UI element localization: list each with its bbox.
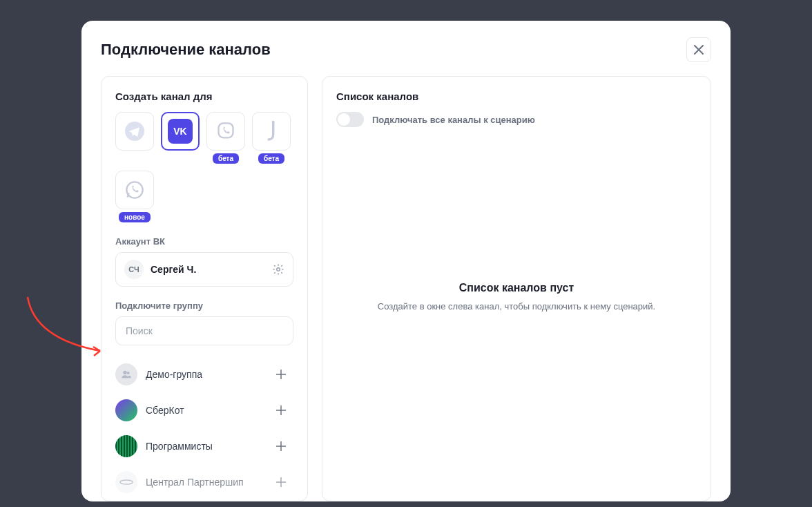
account-label: Аккаунт ВК [115, 236, 293, 247]
group-avatar-icon [115, 399, 137, 421]
plus-icon [276, 369, 287, 380]
group-avatar-icon [115, 471, 137, 493]
add-group-button[interactable] [271, 437, 291, 456]
list-item: Централ Партнершип [115, 464, 291, 500]
viber-icon [216, 122, 235, 141]
svg-rect-1 [219, 123, 233, 137]
connect-all-toggle[interactable] [336, 112, 364, 127]
svg-point-4 [277, 268, 280, 271]
channel-type-jivo[interactable]: бета [252, 112, 291, 164]
list-item: Программисты [115, 428, 291, 464]
whatsapp-icon [125, 180, 144, 200]
beta-badge: бета [258, 153, 284, 164]
new-badge: новое [119, 212, 151, 222]
group-list[interactable]: Демо-группа СберКот Программисты [115, 356, 293, 501]
telegram-icon [125, 122, 144, 141]
modal-title: Подключение каналов [101, 41, 271, 59]
group-connect-label: Подключите группу [115, 300, 293, 311]
channel-type-list: VK бета бета [115, 112, 293, 222]
account-settings-button[interactable] [272, 263, 284, 276]
modal-body: Создать канал для VK [101, 76, 711, 501]
vk-icon: VK [168, 119, 193, 144]
channels-modal: Подключение каналов Создать канал для VK [81, 21, 731, 501]
modal-header: Подключение каналов [101, 37, 711, 62]
close-button[interactable] [686, 37, 711, 62]
group-name: СберКот [146, 405, 271, 416]
connect-all-label: Подключать все каналы к сценарию [372, 115, 535, 125]
group-name: Программисты [146, 441, 271, 452]
list-item: Демо-группа [115, 356, 291, 392]
add-group-button[interactable] [271, 365, 291, 384]
list-item: СберКот [115, 392, 291, 428]
group-name: Централ Партнершип [146, 477, 271, 488]
group-search-input[interactable] [115, 316, 293, 345]
account-selector[interactable]: СЧ Сергей Ч. [115, 252, 293, 287]
create-channel-label: Создать канал для [115, 90, 293, 102]
channel-type-telegram[interactable] [115, 112, 154, 164]
svg-point-6 [127, 372, 130, 374]
jivo-icon [264, 120, 278, 142]
beta-badge: бета [213, 153, 239, 164]
add-group-button[interactable] [271, 472, 291, 492]
plus-icon [276, 477, 287, 488]
close-icon [694, 45, 704, 55]
svg-point-5 [123, 371, 126, 374]
svg-point-2 [272, 121, 275, 124]
plus-icon [276, 441, 287, 452]
empty-state: Список каналов пуст Создайте в окне слев… [336, 99, 697, 496]
channel-type-vk[interactable]: VK [161, 112, 200, 164]
create-channel-panel: Создать канал для VK [101, 76, 308, 501]
channel-type-whatsapp[interactable]: новое [115, 171, 154, 222]
empty-state-title: Список каналов пуст [459, 282, 574, 294]
group-avatar-icon [115, 435, 137, 457]
channel-list-panel: Список каналов Подключать все каналы к с… [322, 76, 711, 501]
gear-icon [272, 263, 284, 276]
channel-type-viber[interactable]: бета [206, 112, 245, 164]
account-avatar: СЧ [124, 260, 144, 279]
empty-state-description: Создайте в окне слева канал, чтобы подкл… [378, 300, 655, 314]
group-name: Демо-группа [146, 369, 271, 380]
plus-icon [276, 405, 287, 416]
add-group-button[interactable] [271, 401, 291, 420]
group-avatar-icon [115, 363, 137, 385]
svg-point-7 [120, 480, 133, 484]
account-name: Сергей Ч. [151, 264, 272, 275]
